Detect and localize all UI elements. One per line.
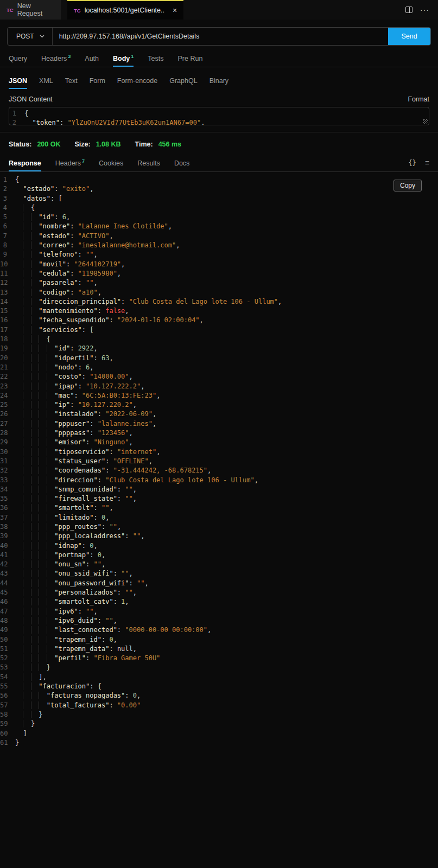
size-label: Size: — [74, 141, 90, 148]
format-json-icon[interactable]: {} — [408, 159, 416, 167]
response-body-code: 1{2 "estado": "exito",3 "datos": [4 {5 "… — [0, 175, 438, 748]
tab-title: New Request — [17, 2, 54, 17]
response-status-row: Status: 200 OK Size: 1.08 KB Time: 456 m… — [9, 141, 429, 148]
thunder-client-icon: TC — [7, 7, 14, 13]
json-body-editor[interactable]: 1{2 "token": "YlZuQnU2VId77UtEb3uK62un1A… — [9, 107, 429, 125]
panel-resize-handle[interactable] — [0, 132, 438, 132]
tab-response[interactable]: Response — [9, 159, 41, 171]
response-headers-count-badge: 7 — [82, 158, 85, 164]
tab-pre-run[interactable]: Pre Run — [177, 55, 202, 67]
copy-button[interactable]: Copy — [393, 180, 422, 192]
tab-response-headers[interactable]: Headers7 — [55, 158, 85, 171]
tab-form-encode[interactable]: Form-encode — [117, 77, 157, 89]
time-label: Time: — [135, 141, 153, 148]
tab-query[interactable]: Query — [9, 55, 27, 67]
editor-actions: ··· — [405, 0, 438, 20]
more-actions-icon[interactable]: ··· — [420, 5, 429, 14]
time-value: 456 ms — [158, 141, 181, 148]
request-bar: POST Send — [7, 27, 431, 46]
tab-json[interactable]: JSON — [9, 77, 27, 89]
tab-auth[interactable]: Auth — [85, 55, 99, 67]
tab-title: localhost:5001/getCliente.. — [85, 7, 164, 14]
tab-form[interactable]: Form — [90, 77, 105, 89]
size-value: 1.08 KB — [96, 141, 121, 148]
headers-count-badge: 3 — [68, 54, 71, 59]
body-type-tabs: JSON XML Text Form Form-encode GraphQL B… — [0, 74, 438, 89]
thunder-client-window: TC New Request TC localhost:5001/getClie… — [0, 0, 438, 868]
status-label: Status: — [9, 141, 31, 148]
split-editor-icon[interactable] — [405, 7, 412, 13]
tab-headers[interactable]: Headers3 — [41, 54, 71, 67]
send-button[interactable]: Send — [388, 28, 430, 45]
editor-tab-bar: TC New Request TC localhost:5001/getClie… — [0, 0, 438, 20]
request-body-code: 1{2 "token": "YlZuQnU2VId77UtEb3uK62un1A… — [9, 109, 429, 125]
tab-cookies[interactable]: Cookies — [99, 159, 123, 171]
resize-grip-icon[interactable] — [423, 119, 428, 124]
tab-body[interactable]: Body1 — [113, 54, 134, 67]
response-body-panel: Copy 1{2 "estado": "exito",3 "datos": [4… — [0, 175, 438, 748]
tab-results[interactable]: Results — [137, 159, 160, 171]
body-count-badge: 1 — [131, 54, 134, 59]
method-label: POST — [16, 33, 34, 40]
request-tabs: Query Headers3 Auth Body1 Tests Pre Run — [0, 51, 438, 67]
method-select[interactable]: POST — [8, 28, 53, 45]
tab-text[interactable]: Text — [65, 77, 78, 89]
tab-binary[interactable]: Binary — [210, 77, 228, 89]
thunder-client-icon: TC — [74, 8, 81, 14]
json-content-label: JSON Content — [9, 95, 53, 103]
format-link[interactable]: Format — [408, 95, 429, 103]
editor-tab-new-request[interactable]: TC New Request — [0, 0, 61, 20]
status-value: 200 OK — [37, 141, 60, 148]
url-input[interactable] — [53, 28, 388, 45]
word-wrap-icon[interactable]: ≡ — [425, 158, 429, 167]
chevron-down-icon — [40, 35, 45, 38]
close-icon[interactable]: × — [172, 6, 178, 15]
json-content-header: JSON Content Format — [9, 95, 429, 103]
response-tabs: Response Headers7 Cookies Results Docs {… — [0, 157, 438, 172]
tab-docs[interactable]: Docs — [174, 159, 189, 171]
editor-tab-request[interactable]: TC localhost:5001/getCliente.. × — [67, 0, 183, 20]
tab-tests[interactable]: Tests — [148, 55, 163, 67]
tab-graphql[interactable]: GraphQL — [169, 77, 197, 89]
tab-xml[interactable]: XML — [39, 77, 53, 89]
